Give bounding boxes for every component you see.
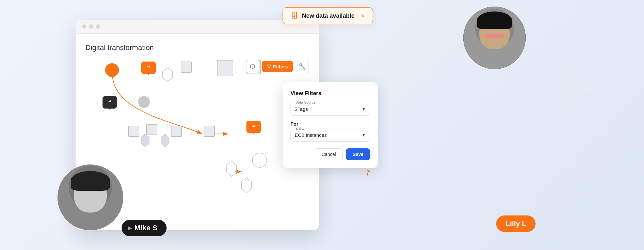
diagram-title: Digital transformation (85, 43, 309, 52)
svg-marker-2 (161, 134, 169, 147)
browser-titlebar (76, 20, 319, 34)
avatar-person-2 (463, 7, 526, 69)
cube-button[interactable]: ⬡ (246, 60, 259, 73)
filter-icon: ▽ (267, 63, 271, 69)
data-source-value: $Tags (295, 106, 308, 112)
node-square-large-1 (217, 60, 233, 76)
filters-panel: View Filters Data Source $Tags ▼ For Ent… (283, 82, 378, 168)
node-circle-gray (138, 96, 150, 108)
traffic-light-green (96, 24, 100, 29)
filters-button[interactable]: ▽ Filters (262, 61, 293, 72)
toast-close-button[interactable]: × (361, 12, 365, 19)
cube-icon: ⬡ (250, 63, 255, 70)
node-chat-orange-bottom: ❝ (246, 121, 261, 133)
name-label-lilly: Lilly L (496, 215, 536, 232)
toast-database-icon: 🗄 (291, 12, 298, 20)
node-square-mid-1 (128, 126, 139, 137)
node-square-1 (181, 62, 192, 73)
arrow-pointer-save: ↗ (362, 167, 374, 179)
cancel-button[interactable]: Cancel (315, 148, 343, 160)
toolbar-buttons: ⬡ ▽ Filters 🔧 (246, 60, 309, 73)
toast-message: New data available (302, 12, 355, 19)
data-source-label: Data Source (294, 100, 317, 104)
filter-actions: Cancel Save (290, 148, 370, 160)
traffic-light-yellow (89, 24, 93, 29)
svg-marker-3 (227, 161, 237, 176)
data-source-arrow-icon: ▼ (362, 107, 366, 112)
bg-triangle-decoration (565, 66, 598, 105)
node-chat-dark: ❝ (103, 96, 117, 109)
entity-value: EC2 Instances (295, 132, 327, 138)
traffic-light-red (82, 24, 86, 29)
data-source-group: Data Source $Tags ▼ (290, 103, 370, 116)
node-square-mid-2 (146, 124, 157, 135)
wrench-icon: 🔧 (299, 63, 306, 70)
save-button[interactable]: Save (346, 148, 370, 160)
filters-label: Filters (273, 64, 288, 69)
for-group: For Entity EC2 Instances ▼ (290, 121, 370, 142)
filters-panel-title: View Filters (290, 90, 370, 97)
node-circle-orange (105, 63, 119, 77)
svg-point-5 (252, 153, 267, 167)
node-chat-orange-top: ❝ (141, 62, 156, 74)
node-square-mid-3 (171, 126, 182, 137)
wrench-button[interactable]: 🔧 (296, 60, 309, 73)
entity-arrow-icon: ▼ (362, 133, 366, 138)
name-label-mike: Mike S (122, 220, 167, 236)
entity-label: Entity (294, 126, 306, 130)
mike-name: Mike S (134, 224, 157, 232)
toast-notification: 🗄 New data available × (283, 7, 373, 24)
for-label: For (290, 121, 370, 127)
svg-marker-0 (163, 68, 172, 81)
svg-marker-1 (141, 134, 149, 147)
avatar-mike (58, 164, 123, 230)
node-square-mid-4 (204, 126, 215, 137)
svg-marker-4 (242, 178, 251, 193)
lilly-name: Lilly L (505, 219, 526, 228)
